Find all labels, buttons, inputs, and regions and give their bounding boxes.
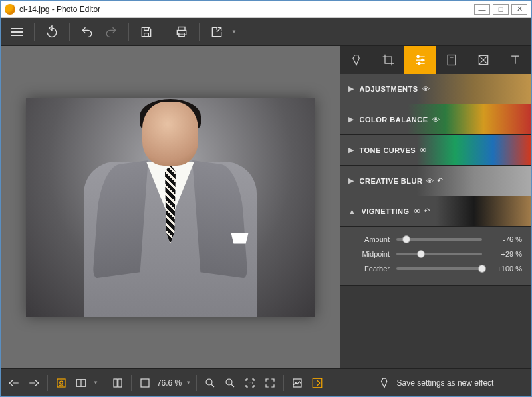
section-creative-blur[interactable]: ▶ CREATIVE BLUR 👁 ↶	[340, 166, 531, 196]
canvas-area[interactable]	[1, 46, 340, 368]
export-dropdown-caret[interactable]: ▼	[230, 29, 238, 35]
view-compare-button[interactable]	[72, 374, 90, 392]
svg-rect-10	[118, 379, 122, 387]
export-button[interactable]	[206, 21, 227, 43]
maximize-button[interactable]: □	[493, 4, 509, 15]
hamburger-icon	[11, 26, 23, 38]
section-color-balance[interactable]: ▶ COLOR BALANCE 👁	[340, 104, 531, 135]
chevron-right-icon: ▶	[348, 84, 354, 93]
section-label: ADJUSTMENTS	[360, 85, 418, 93]
main-area: ▶ ADJUSTMENTS 👁 ▶ COLOR BALANCE 👁 ▶ TONE…	[1, 46, 531, 368]
section-tone-curves[interactable]: ▶ TONE CURVES 👁	[340, 135, 531, 166]
eye-icon[interactable]: 👁	[422, 85, 430, 93]
histogram-button[interactable]	[108, 374, 127, 392]
fullscreen-button[interactable]	[308, 374, 327, 392]
section-label: COLOR BALANCE	[360, 116, 428, 124]
reset-icon[interactable]: ↶	[424, 207, 430, 215]
photo-preview[interactable]	[26, 98, 315, 317]
window-controls: — □ ✕	[474, 4, 527, 15]
param-value: +29 %	[489, 250, 522, 258]
svg-point-1	[417, 55, 419, 57]
tab-text[interactable]	[499, 46, 531, 74]
param-feather: Feather +100 %	[350, 261, 522, 276]
slider-midpoint[interactable]	[396, 253, 482, 255]
svg-text:1:1: 1:1	[248, 381, 254, 385]
bottom-toolbar: ▼ 76.6 % ▼ 1:1	[1, 369, 340, 396]
tab-effects[interactable]	[340, 46, 372, 74]
app-window: cl-14.jpg - Photo Editor — □ ✕	[0, 0, 532, 397]
svg-point-3	[418, 62, 420, 64]
section-label: TONE CURVES	[360, 146, 416, 154]
section-adjustments[interactable]: ▶ ADJUSTMENTS 👁	[340, 74, 531, 104]
svg-rect-4	[448, 55, 456, 65]
chevron-right-icon: ▶	[348, 115, 354, 124]
menu-button[interactable]	[6, 21, 27, 43]
tab-adjust[interactable]	[404, 46, 436, 74]
minimize-button[interactable]: —	[474, 4, 490, 15]
window-title: cl-14.jpg - Photo Editor	[19, 5, 100, 14]
section-label: CREATIVE BLUR	[360, 177, 423, 185]
section-vignetting[interactable]: ▲ VIGNETTING 👁 ↶	[340, 196, 531, 227]
print-button[interactable]	[171, 21, 192, 43]
param-value: -76 %	[489, 235, 522, 243]
compare-dropdown-caret[interactable]: ▼	[92, 380, 100, 386]
revert-button[interactable]	[41, 21, 63, 43]
prev-image-button[interactable]	[5, 374, 23, 392]
tab-crop[interactable]	[372, 46, 404, 74]
save-button[interactable]	[136, 21, 157, 43]
eye-icon[interactable]: 👁	[432, 116, 440, 124]
param-label: Feather	[350, 265, 390, 273]
panel-tabs	[340, 46, 531, 74]
svg-rect-16	[313, 378, 322, 388]
zoom-actual-button[interactable]: 1:1	[241, 374, 259, 392]
redo-button[interactable]	[100, 21, 122, 43]
eye-icon[interactable]: 👁	[426, 177, 434, 185]
slider-amount[interactable]	[396, 238, 482, 241]
chevron-down-icon: ▲	[348, 207, 356, 215]
save-effect-label: Save settings as new effect	[397, 378, 494, 388]
zoom-value: 76.6 %	[156, 378, 183, 388]
quick-preview-button[interactable]	[288, 374, 307, 392]
param-amount: Amount -76 %	[350, 232, 522, 247]
next-image-button[interactable]	[25, 374, 43, 392]
titlebar: cl-14.jpg - Photo Editor — □ ✕	[1, 1, 531, 18]
tab-textures[interactable]	[467, 46, 499, 74]
adjust-sections: ▶ ADJUSTMENTS 👁 ▶ COLOR BALANCE 👁 ▶ TONE…	[340, 74, 531, 368]
zoom-dropdown-caret[interactable]: ▼	[184, 380, 192, 386]
svg-rect-6	[57, 379, 65, 387]
svg-point-2	[421, 59, 423, 61]
undo-button[interactable]	[76, 21, 98, 43]
chevron-right-icon: ▶	[348, 176, 354, 185]
side-panel: ▶ ADJUSTMENTS 👁 ▶ COLOR BALANCE 👁 ▶ TONE…	[340, 46, 531, 368]
eye-icon[interactable]: 👁	[420, 146, 428, 154]
tab-retouch[interactable]	[436, 46, 467, 74]
param-value: +100 %	[489, 265, 522, 273]
param-label: Midpoint	[350, 250, 390, 258]
bottom-bar: ▼ 76.6 % ▼ 1:1	[1, 368, 531, 396]
chevron-right-icon: ▶	[348, 146, 354, 154]
zoom-fit-button[interactable]	[261, 374, 279, 392]
eye-icon[interactable]: 👁	[414, 207, 422, 215]
svg-rect-11	[141, 379, 149, 387]
vignetting-controls: Amount -76 % Midpoint +29 %	[340, 227, 531, 286]
zoom-in-button[interactable]	[221, 374, 239, 392]
svg-point-7	[60, 381, 63, 384]
param-label: Amount	[350, 235, 390, 243]
app-logo-icon	[5, 4, 15, 15]
section-label: VIGNETTING	[361, 207, 409, 215]
view-single-button[interactable]	[52, 374, 70, 392]
param-midpoint: Midpoint +29 %	[350, 247, 522, 261]
save-effect-button[interactable]: Save settings as new effect	[340, 369, 531, 396]
slider-feather[interactable]	[396, 267, 482, 270]
svg-rect-9	[114, 379, 117, 387]
top-toolbar: ▼	[1, 18, 531, 46]
zoom-out-button[interactable]	[201, 374, 219, 392]
fit-window-button[interactable]	[136, 374, 154, 392]
reset-icon[interactable]: ↶	[437, 176, 444, 185]
close-button[interactable]: ✕	[511, 4, 527, 15]
